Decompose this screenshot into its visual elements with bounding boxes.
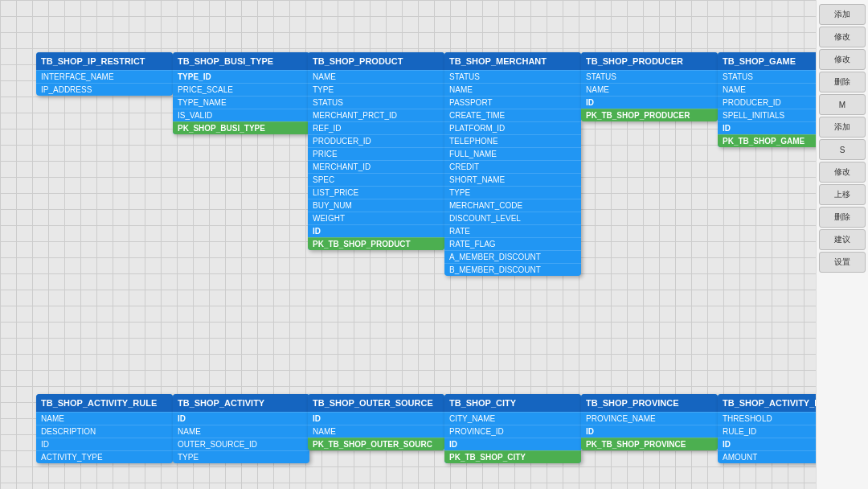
up-button[interactable]: 上移 — [819, 184, 866, 205]
edit-button2[interactable]: 修改 — [819, 49, 866, 70]
field-status: STATUS — [444, 70, 581, 83]
table-header-tb_shop_producer: TB_SHOP_PRODUCER — [581, 52, 718, 70]
field-passport: PASSPORT — [444, 96, 581, 109]
field-telephone: TELEPHONE — [444, 134, 581, 147]
table-tb_shop_product[interactable]: TB_SHOP_PRODUCTNAMETYPESTATUSMERCHANT_PR… — [308, 52, 444, 250]
field-type-name: TYPE_NAME — [173, 96, 309, 109]
field-name: NAME — [718, 83, 816, 96]
table-header-tb_shop_game: TB_SHOP_GAME — [718, 52, 816, 70]
field-id: ID — [718, 438, 816, 450]
field-rule-id: RULE_ID — [718, 425, 816, 438]
field-full-name: FULL_NAME — [444, 147, 581, 160]
field-type: TYPE — [308, 83, 444, 96]
add-button[interactable]: 添加 — [819, 4, 866, 25]
field-status: STATUS — [718, 70, 816, 83]
field-ip-address: IP_ADDRESS — [36, 83, 173, 96]
field-id: ID — [444, 438, 581, 450]
field-rate-flag: RATE_FLAG — [444, 237, 581, 250]
s-button[interactable]: S — [819, 139, 866, 160]
table-header-tb_shop_merchant: TB_SHOP_MERCHANT — [444, 52, 581, 70]
field-pk-tb-shop-game: PK_TB_SHOP_GAME — [718, 134, 816, 147]
field-interface-name: INTERFACE_NAME — [36, 70, 173, 83]
field-producer-id: PRODUCER_ID — [308, 134, 444, 147]
delete-button[interactable]: 删除 — [819, 72, 866, 92]
field-platform-id: PLATFORM_ID — [444, 121, 581, 134]
edit-button3[interactable]: 修改 — [819, 162, 866, 183]
field-rate: RATE — [444, 224, 581, 237]
table-tb_shop_outer_source[interactable]: TB_SHOP_OUTER_SOURCEIDNAMEPK_TB_SHOP_OUT… — [308, 394, 444, 450]
field-producer-id: PRODUCER_ID — [718, 96, 816, 109]
settings-button[interactable]: 设置 — [819, 252, 866, 273]
field-id: ID — [173, 412, 309, 425]
field-price-scale: PRICE_SCALE — [173, 83, 309, 96]
field-is-valid: IS_VALID — [173, 109, 309, 121]
field-credit: CREDIT — [444, 160, 581, 173]
field-province-name: PROVINCE_NAME — [581, 412, 718, 425]
field-spec: SPEC — [308, 173, 444, 186]
canvas: TB_SHOP_IP_RESTRICTINTERFACE_NAMEIP_ADDR… — [0, 0, 816, 489]
table-tb_shop_merchant[interactable]: TB_SHOP_MERCHANTSTATUSNAMEPASSPORTCREATE… — [444, 52, 581, 276]
field-type: TYPE — [444, 186, 581, 199]
table-tb_shop_city[interactable]: TB_SHOP_CITYCITY_NAMEPROVINCE_IDIDPK_TB_… — [444, 394, 581, 463]
table-header-tb_shop_activity: TB_SHOP_ACTIVITY — [173, 394, 309, 412]
field-amount: AMOUNT — [718, 450, 816, 463]
field-price: PRICE — [308, 147, 444, 160]
field-type: TYPE — [173, 450, 309, 463]
field-pk-tb-shop-product: PK_TB_SHOP_PRODUCT — [308, 237, 444, 250]
suggest-button[interactable]: 建议 — [819, 229, 866, 250]
field-province-id: PROVINCE_ID — [444, 425, 581, 438]
field-id: ID — [718, 121, 816, 134]
table-tb_shop_province[interactable]: TB_SHOP_PROVINCEPROVINCE_NAMEIDPK_TB_SHO… — [581, 394, 718, 450]
field-status: STATUS — [308, 96, 444, 109]
field-name: NAME — [444, 83, 581, 96]
field-threshold: THRESHOLD — [718, 412, 816, 425]
table-header-tb_shop_province: TB_SHOP_PROVINCE — [581, 394, 718, 412]
field-weight: WEIGHT — [308, 212, 444, 224]
field-merchant-prct-id: MERCHANT_PRCT_ID — [308, 109, 444, 121]
field-activity-type: ACTIVITY_TYPE — [36, 450, 173, 463]
field-short-name: SHORT_NAME — [444, 173, 581, 186]
table-tb_shop_busi_type[interactable]: TB_SHOP_BUSI_TYPETYPE_IDPRICE_SCALETYPE_… — [173, 52, 309, 134]
table-tb_shop_activity_rule[interactable]: TB_SHOP_ACTIVITY_RULENAMEDESCRIPTIONIDAC… — [36, 394, 173, 463]
m-button[interactable]: M — [819, 94, 866, 115]
field-city-name: CITY_NAME — [444, 412, 581, 425]
edit-button[interactable]: 修改 — [819, 27, 866, 47]
right-panel: 添加修改修改删除M添加S修改上移删除建议设置 — [816, 0, 868, 489]
table-header-tb_shop_activity_rule: TB_SHOP_ACTIVITY_RULE — [36, 394, 173, 412]
delete-button2[interactable]: 删除 — [819, 207, 866, 228]
field-id: ID — [308, 224, 444, 237]
field-buy-num: BUY_NUM — [308, 199, 444, 212]
field-id: ID — [581, 425, 718, 438]
field-discount-level: DISCOUNT_LEVEL — [444, 212, 581, 224]
field-create-time: CREATE_TIME — [444, 109, 581, 121]
table-tb_shop_ip_restrict[interactable]: TB_SHOP_IP_RESTRICTINTERFACE_NAMEIP_ADDR… — [36, 52, 173, 96]
table-header-tb_shop_product: TB_SHOP_PRODUCT — [308, 52, 444, 70]
table-tb_shop_activity[interactable]: TB_SHOP_ACTIVITYIDNAMEOUTER_SOURCE_IDTYP… — [173, 394, 309, 463]
field-id: ID — [36, 438, 173, 450]
field-description: DESCRIPTION — [36, 425, 173, 438]
table-header-tb_shop_busi_type: TB_SHOP_BUSI_TYPE — [173, 52, 309, 70]
field-name: NAME — [581, 83, 718, 96]
field-status: STATUS — [581, 70, 718, 83]
field-a-member-discount: A_MEMBER_DISCOUNT — [444, 250, 581, 263]
field-pk-shop-busi-type: PK_SHOP_BUSI_TYPE — [173, 121, 309, 134]
table-header-tb_shop_city: TB_SHOP_CITY — [444, 394, 581, 412]
table-header-tb_shop_ip_restrict: TB_SHOP_IP_RESTRICT — [36, 52, 173, 70]
table-header-tb_shop_activity_rule_ite: TB_SHOP_ACTIVITY_RULE_ITE — [718, 394, 816, 412]
field-pk-tb-shop-city: PK_TB_SHOP_CITY — [444, 450, 581, 463]
field-type-id: TYPE_ID — [173, 70, 309, 83]
table-tb_shop_producer[interactable]: TB_SHOP_PRODUCERSTATUSNAMEIDPK_TB_SHOP_P… — [581, 52, 718, 121]
field-name: NAME — [308, 425, 444, 438]
field-pk-tb-shop-outer-sourc: PK_TB_SHOP_OUTER_SOURC — [308, 438, 444, 450]
add-button2[interactable]: 添加 — [819, 117, 866, 138]
field-name: NAME — [173, 425, 309, 438]
field-spell-initials: SPELL_INITIALS — [718, 109, 816, 121]
field-pk-tb-shop-producer: PK_TB_SHOP_PRODUCER — [581, 109, 718, 121]
field-merchant-code: MERCHANT_CODE — [444, 199, 581, 212]
table-tb_shop_activity_rule_ite[interactable]: TB_SHOP_ACTIVITY_RULE_ITETHRESHOLDRULE_I… — [718, 394, 816, 463]
field-ref-id: REF_ID — [308, 121, 444, 134]
field-list-price: LIST_PRICE — [308, 186, 444, 199]
field-id: ID — [308, 412, 444, 425]
field-name: NAME — [308, 70, 444, 83]
table-tb_shop_game[interactable]: TB_SHOP_GAMESTATUSNAMEPRODUCER_IDSPELL_I… — [718, 52, 816, 147]
